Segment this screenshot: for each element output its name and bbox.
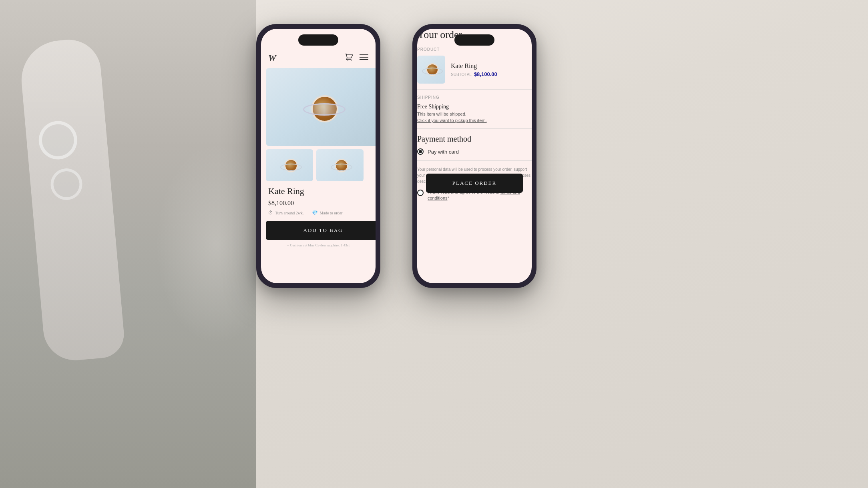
product-main-image	[266, 68, 376, 146]
svg-point-0	[348, 60, 348, 61]
phone-order: Your order PRODUCT Kate Ring SUBTOTAL $8…	[412, 24, 536, 288]
terms-checkbox[interactable]	[417, 190, 424, 196]
order-screen: Your order PRODUCT Kate Ring SUBTOTAL $8…	[417, 29, 532, 202]
add-to-bag-button[interactable]: ADD TO BAG	[266, 221, 376, 240]
divider-1	[417, 89, 532, 90]
subtotal-value: $8,100.00	[474, 71, 497, 77]
product-hint: + Cushion cut blue Ceylon sapphire: 1.43…	[261, 240, 376, 250]
meta-made-label: Made to order	[320, 211, 343, 215]
divider-2	[417, 128, 532, 129]
ring-main-illustration	[299, 91, 347, 123]
terms-asterisk: *	[448, 196, 449, 200]
radio-card[interactable]	[417, 148, 424, 155]
dynamic-island-2	[454, 34, 494, 46]
meta-turnaround-label: Turn around 2wk.	[275, 211, 304, 215]
diamond-icon: 💎	[312, 210, 318, 216]
phone1-content: W	[261, 29, 376, 250]
cart-icon[interactable]	[344, 53, 353, 63]
product-name: Kate Ring	[268, 186, 368, 196]
thumbnail-row	[261, 146, 376, 181]
subtotal-label: SUBTOTAL	[451, 72, 472, 77]
hand-decoration	[18, 37, 126, 363]
divider-3	[417, 160, 532, 161]
payment-title: Payment method	[417, 134, 532, 144]
phone1-screen: W	[261, 29, 376, 283]
order-product-name: Kate Ring	[451, 62, 532, 70]
thumb-ring-2	[330, 157, 350, 173]
thumbnail-2[interactable]	[316, 149, 364, 181]
product-details: Kate Ring $8,100.00 ⏱ Turn around 2wk. 💎…	[261, 181, 376, 216]
shipping-section-label: SHIPPING	[417, 95, 532, 100]
clock-icon: ⏱	[268, 210, 273, 216]
svg-point-1	[351, 60, 352, 61]
shipping-free-label: Free Shipping	[417, 104, 532, 110]
phone2-screen: Your order PRODUCT Kate Ring SUBTOTAL $8…	[417, 29, 532, 283]
pickup-link[interactable]: Click if you want to pickup this item.	[417, 118, 532, 123]
pay-with-card-label: Pay with card	[428, 149, 459, 155]
product-meta: ⏱ Turn around 2wk. 💎 Made to order	[268, 210, 368, 216]
meta-turnaround: ⏱ Turn around 2wk.	[268, 210, 304, 216]
order-thumb-ring	[421, 62, 441, 78]
order-product-row: Kate Ring SUBTOTAL $8,100.00	[417, 56, 532, 84]
product-price: $8,100.00	[268, 200, 368, 207]
logo: W	[268, 53, 276, 63]
thumb-ring-1	[279, 157, 299, 173]
order-product-info: Kate Ring SUBTOTAL $8,100.00	[451, 62, 532, 77]
meta-made-to-order: 💎 Made to order	[312, 210, 343, 216]
product-section-label: PRODUCT	[417, 47, 532, 52]
menu-icon[interactable]	[360, 54, 368, 62]
shipping-desc: This item will be shipped.	[417, 112, 532, 116]
order-product-thumbnail	[417, 56, 445, 84]
header-icons	[344, 53, 368, 63]
payment-option-card[interactable]: Pay with card	[417, 148, 532, 155]
thumbnail-1[interactable]	[266, 149, 313, 181]
phones-container: W	[256, 24, 536, 288]
place-order-button[interactable]: PLACE ORDER	[426, 174, 523, 193]
dynamic-island-1	[298, 34, 338, 46]
jewelry-background	[0, 0, 256, 488]
phone-product: W	[256, 24, 380, 288]
